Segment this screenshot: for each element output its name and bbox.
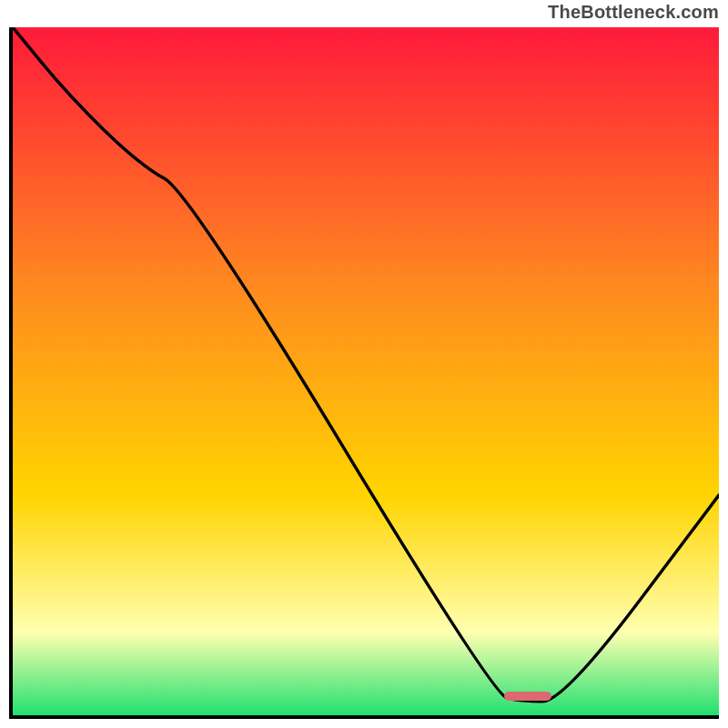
watermark-text: TheBottleneck.com [548,2,719,23]
optimum-marker [504,692,551,701]
plot-area [9,27,719,719]
chart-frame: TheBottleneck.com [0,0,728,728]
bottleneck-curve [13,27,719,715]
